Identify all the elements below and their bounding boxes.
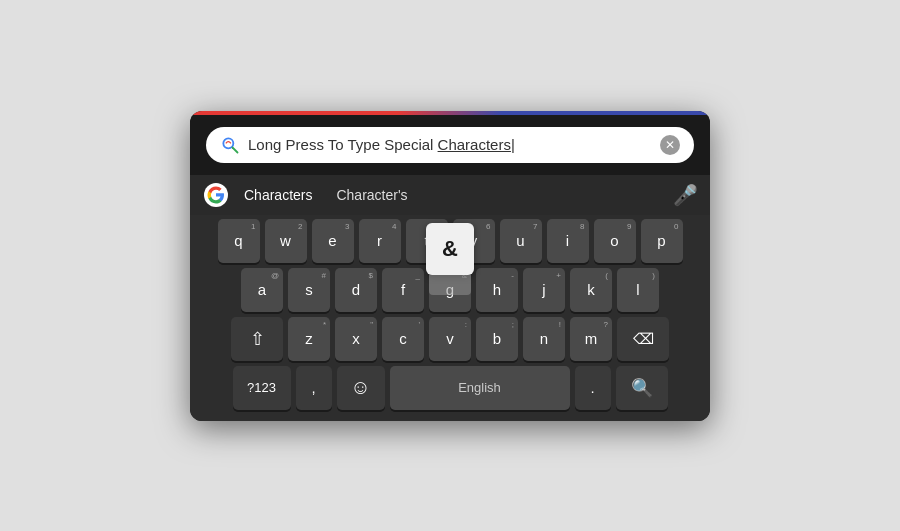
phone-keyboard-container: Long Press To Type Special Characters| ✕… — [190, 111, 710, 421]
key-s[interactable]: s# — [288, 268, 330, 312]
key-f[interactable]: f_ — [382, 268, 424, 312]
key-shift[interactable]: ⇧ — [231, 317, 283, 361]
search-text: Long Press To Type Special Characters| — [248, 136, 652, 153]
key-period[interactable]: . — [575, 366, 611, 410]
mic-icon[interactable]: 🎤 — [673, 183, 698, 207]
google-search-icon — [220, 135, 240, 155]
keyboard-row-1: q1 w2 e3 r4 t5 y6 u7 i8 o9 p0 — [194, 219, 706, 263]
key-p[interactable]: p0 — [641, 219, 683, 263]
key-a[interactable]: a@ — [241, 268, 283, 312]
key-l[interactable]: l) — [617, 268, 659, 312]
suggestion-characters-possessive[interactable]: Character's — [326, 181, 417, 209]
key-d[interactable]: d$ — [335, 268, 377, 312]
key-o[interactable]: o9 — [594, 219, 636, 263]
key-k[interactable]: k( — [570, 268, 612, 312]
key-v[interactable]: v: — [429, 317, 471, 361]
key-t[interactable]: t5 — [406, 219, 448, 263]
key-e[interactable]: e3 — [312, 219, 354, 263]
key-space[interactable]: English — [390, 366, 570, 410]
key-m[interactable]: m? — [570, 317, 612, 361]
key-y[interactable]: y6 — [453, 219, 495, 263]
key-emoji[interactable]: ☺ — [337, 366, 385, 410]
search-underlined-word: Characters — [438, 136, 511, 153]
keyboard-row-4: ?123 , ☺ English . 🔍 — [194, 366, 706, 410]
key-search-bottom[interactable]: 🔍 — [616, 366, 668, 410]
key-c[interactable]: c' — [382, 317, 424, 361]
key-q[interactable]: q1 — [218, 219, 260, 263]
clear-icon: ✕ — [665, 138, 675, 152]
key-i[interactable]: i8 — [547, 219, 589, 263]
key-w[interactable]: w2 — [265, 219, 307, 263]
key-b[interactable]: b; — [476, 317, 518, 361]
key-backspace[interactable]: ⌫ — [617, 317, 669, 361]
svg-line-1 — [233, 147, 238, 152]
google-logo-icon — [202, 181, 230, 209]
search-bar[interactable]: Long Press To Type Special Characters| ✕ — [206, 127, 694, 163]
key-z[interactable]: z* — [288, 317, 330, 361]
keyboard-row-2: a@ s# d$ f_ g& h- j+ k( l) — [194, 268, 706, 312]
search-clear-button[interactable]: ✕ — [660, 135, 680, 155]
key-u[interactable]: u7 — [500, 219, 542, 263]
keyboard-area: & q1 w2 e3 r4 t5 y6 u7 i8 o9 p0 a@ s# d$… — [190, 215, 710, 421]
key-x[interactable]: x" — [335, 317, 377, 361]
key-j[interactable]: j+ — [523, 268, 565, 312]
svg-point-0 — [223, 138, 233, 148]
keyboard-row-3: ⇧ z* x" c' v: b; n! m? ⌫ — [194, 317, 706, 361]
search-bar-area: Long Press To Type Special Characters| ✕ — [190, 115, 710, 175]
key-comma[interactable]: , — [296, 366, 332, 410]
key-numbers[interactable]: ?123 — [233, 366, 291, 410]
suggestions-bar: Characters Character's 🎤 — [190, 175, 710, 215]
key-n[interactable]: n! — [523, 317, 565, 361]
key-r[interactable]: r4 — [359, 219, 401, 263]
key-h[interactable]: h- — [476, 268, 518, 312]
suggestion-characters[interactable]: Characters — [234, 181, 322, 209]
key-g[interactable]: g& — [429, 268, 471, 312]
